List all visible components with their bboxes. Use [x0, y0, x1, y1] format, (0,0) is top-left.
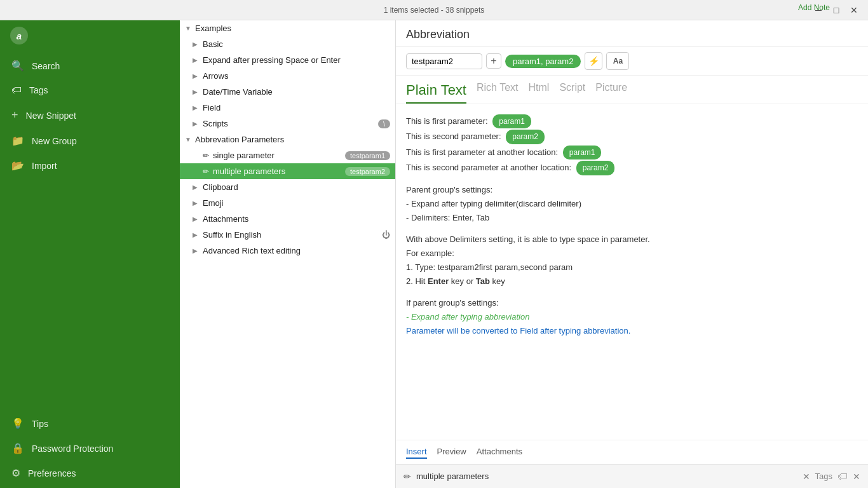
sidebar-item-new-snippet[interactable]: + New Snippet [0, 102, 180, 128]
content-tabs: Plain Text Rich Text Html Script Picture [396, 76, 868, 104]
scripts-badge: \ [378, 119, 390, 128]
abbreviation-toolbar: + param1, param2 ⚡ Aa [396, 47, 868, 76]
tree-item-arrows[interactable]: ▶ Arrows [180, 68, 395, 84]
param-line-3-text: This is first parameter at another locat… [406, 147, 558, 157]
right-panel: Abbreviation + param1, param2 ⚡ Aa Plain… [396, 20, 868, 488]
tree-item-single-param[interactable]: ✏ single parameter testparam1 [180, 147, 395, 163]
sidebar-label-tags: Tags [29, 85, 48, 95]
param-line-4-text: This is second parameter at another loca… [406, 163, 571, 172]
param-line-3: This is first parameter at another locat… [406, 146, 858, 159]
app-logo: a [0, 20, 180, 51]
tag-icon[interactable]: 🏷 [837, 471, 848, 482]
sidebar-label-import: Import [32, 161, 57, 171]
chevron-right-icon: ▶ [193, 184, 200, 191]
tree-item-attachments[interactable]: ▶ Attachments [180, 211, 395, 227]
sidebar-nav: 🔍 Search 🏷 Tags + New Snippet 📁 New Grou… [0, 51, 180, 409]
snippet-tree: ▼ Examples ▶ Basic ▶ Expand after pressi… [180, 20, 396, 488]
content-section-1: Parent group's settings: - Expand after … [406, 183, 858, 225]
sidebar: a 🔍 Search 🏷 Tags + New Snippet 📁 New Gr… [0, 20, 180, 488]
tree-item-expand-space-enter[interactable]: ▶ Expand after pressing Space or Enter [180, 52, 395, 68]
maximize-button[interactable]: □ [827, 1, 845, 19]
import-icon: 📂 [11, 159, 24, 172]
sidebar-label-tips: Tips [32, 419, 48, 429]
tab-picture[interactable]: Picture [595, 79, 627, 104]
abbreviation-tag: param1, param2 [505, 55, 581, 68]
param1-pill-2: param1 [563, 146, 602, 159]
sidebar-item-search[interactable]: 🔍 Search [0, 53, 180, 78]
param-line-1: This is first parameter: param1 [406, 114, 858, 128]
bottom-tabs: Insert Preview Attachments [396, 440, 868, 464]
content-area: This is first parameter: param1 This is … [396, 104, 868, 440]
chevron-down-icon: ▼ [185, 25, 193, 32]
single-param-badge: testparam1 [345, 151, 390, 160]
snippet-bar-x-button[interactable]: ✕ [853, 471, 860, 482]
tree-item-suffix-english[interactable]: ▶ Suffix in English ⏻ [180, 227, 395, 243]
power-icon: ⏻ [382, 230, 390, 240]
tree-item-clipboard[interactable]: ▶ Clipboard [180, 179, 395, 195]
abbreviation-header: Abbreviation [396, 20, 868, 47]
sidebar-item-tags[interactable]: 🏷 Tags [0, 78, 180, 102]
snippet-bar: ✏ multiple parameters ✕ Tags 🏷 ✕ [396, 464, 868, 488]
tab-rich-text[interactable]: Rich Text [477, 79, 519, 104]
tree-root-examples[interactable]: ▼ Examples [180, 20, 395, 36]
snippet-bar-close-button[interactable]: ✕ [803, 471, 810, 482]
close-button[interactable]: ✕ [845, 1, 863, 19]
tree-item-field[interactable]: ▶ Field [180, 100, 395, 116]
sidebar-label-search: Search [32, 61, 60, 71]
tree-item-multiple-params[interactable]: ✏ multiple parameters testparam2 [180, 163, 395, 179]
abbreviation-input[interactable] [406, 53, 482, 69]
tree-item-datetime[interactable]: ▶ Date/Time Variable [180, 84, 395, 100]
chevron-right-icon: ▶ [193, 88, 200, 95]
tree-item-advanced-rich[interactable]: ▶ Advanced Rich text editing [180, 243, 395, 259]
param-line-2: This is second parameter: param2 [406, 130, 858, 144]
search-icon: 🔍 [11, 60, 24, 72]
param2-pill-2: param2 [576, 161, 615, 175]
lightning-button[interactable]: ⚡ [585, 52, 602, 70]
sidebar-label-new-group: New Group [32, 136, 77, 146]
section2-line3: 1. Type: testparam2first param,second pa… [406, 261, 858, 274]
tab-html[interactable]: Html [529, 79, 550, 104]
param1-pill: param1 [492, 114, 531, 128]
sidebar-item-password[interactable]: 🔒 Password Protection [0, 436, 180, 461]
snippet-bar-tags-label: Tags [815, 471, 832, 481]
tree-item-emoji[interactable]: ▶ Emoji [180, 195, 395, 211]
chevron-right-icon: ▶ [193, 200, 200, 207]
chevron-right-icon: ▶ [193, 231, 200, 238]
tips-icon: 💡 [11, 417, 24, 430]
tree-item-basic[interactable]: ▶ Basic [180, 36, 395, 52]
new-group-icon: 📁 [11, 135, 24, 147]
sidebar-label-password: Password Protection [32, 444, 113, 454]
chevron-right-icon: ▶ [193, 104, 200, 111]
content-section-2: With above Delimiters setting, it is abl… [406, 233, 858, 288]
sidebar-item-preferences[interactable]: ⚙ Preferences [0, 461, 180, 485]
chevron-right-icon: ▶ [193, 72, 200, 79]
content-section-3: If parent group's settings: - Expand aft… [406, 296, 858, 338]
add-note-button[interactable]: Add Note [798, 3, 830, 12]
tree-item-abbrev-params[interactable]: ▼ Abbrevation Parameters [180, 132, 395, 147]
section3-title: If parent group's settings: [406, 296, 858, 310]
bottom-tab-insert[interactable]: Insert [406, 445, 427, 459]
chevron-right-icon: ▶ [193, 215, 200, 222]
new-snippet-icon: + [11, 109, 18, 122]
section1-line1: - Expand after typing delimiter(discard … [406, 197, 858, 211]
param-line-4: This is second parameter at another loca… [406, 161, 858, 175]
sidebar-item-tips[interactable]: 💡 Tips [0, 411, 180, 436]
chevron-right-icon: ▶ [193, 41, 200, 48]
sidebar-item-new-group[interactable]: 📁 New Group [0, 128, 180, 153]
section1-line2: - Delimiters: Enter, Tab [406, 211, 858, 225]
bottom-tab-attachments[interactable]: Attachments [477, 445, 522, 459]
sidebar-item-import[interactable]: 📂 Import [0, 153, 180, 178]
pencil-icon: ✏ [203, 151, 209, 160]
tab-script[interactable]: Script [559, 79, 585, 104]
password-icon: 🔒 [11, 442, 24, 454]
chevron-right-icon: ▶ [193, 120, 200, 127]
logo-icon: a [10, 27, 28, 44]
case-sensitivity-button[interactable]: Aa [606, 52, 629, 70]
tab-plain-text[interactable]: Plain Text [406, 79, 466, 104]
param-line-2-text: This is second parameter: [406, 132, 501, 141]
tags-icon: 🏷 [11, 85, 22, 96]
bottom-tab-preview[interactable]: Preview [437, 445, 466, 459]
sidebar-label-preferences: Preferences [28, 468, 76, 478]
tree-item-scripts[interactable]: ▶ Scripts \ [180, 116, 395, 132]
add-abbreviation-button[interactable]: + [486, 53, 501, 69]
